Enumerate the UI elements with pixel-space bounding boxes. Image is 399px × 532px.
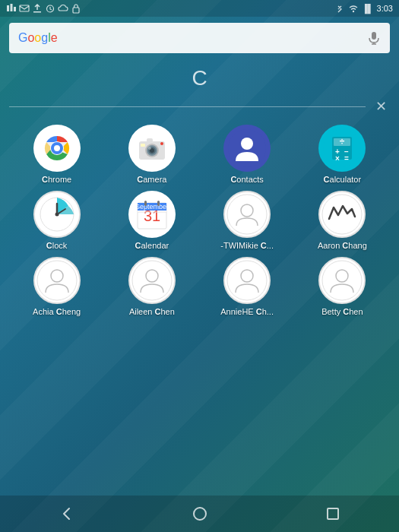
app-item-contacts[interactable]: Contacts [203,125,292,185]
contacts-label: Contacts [230,175,263,185]
svg-point-27 [241,138,253,150]
aileen-chen-label: Aileen Chen [129,307,175,317]
achia-cheng-label: Achia Cheng [33,307,81,317]
anniehe-icon [223,257,271,304]
svg-rect-22 [147,138,153,142]
upload-icon [32,3,43,14]
time-display: 3:03 [377,4,393,13]
mic-icon[interactable] [367,31,381,45]
email-icon [19,3,30,14]
svg-point-40 [55,213,59,217]
app-item-achia-cheng[interactable]: Achia Cheng [12,257,101,317]
app-item-aaron-chang[interactable]: Aaron Chang [298,191,387,251]
svg-point-57 [37,261,77,300]
svg-point-68 [194,508,206,520]
svg-rect-4 [33,11,41,13]
svg-rect-0 [7,5,9,11]
twimikie-icon [223,191,271,238]
betty-chen-icon [318,257,366,304]
calculator-label: Calculator [324,175,362,185]
svg-rect-2 [14,7,16,11]
status-icons-right: ▐▌ 3:03 [334,3,393,14]
contacts-icon [223,125,271,172]
aileen-chen-icon [128,257,176,304]
camera-icon [128,125,176,172]
svg-text:×: × [335,154,340,163]
notification-icon [6,3,17,14]
aaron-chang-label: Aaron Chang [318,241,367,251]
app-item-clock[interactable]: Clock [12,191,101,251]
anniehe-label: AnnieHE Ch... [220,307,274,317]
app-item-betty-chen[interactable]: Betty Chen [298,257,387,317]
svg-rect-1 [11,4,13,11]
svg-text:31: 31 [144,207,160,224]
status-bar: ▐▌ 3:03 [0,0,399,17]
nav-recents-button[interactable] [318,499,348,529]
app-item-calculator[interactable]: ÷ + − × = Calculator [298,125,387,185]
nav-home-button[interactable] [185,499,215,529]
app-item-calendar[interactable]: September 31 Calendar [107,191,196,251]
svg-point-63 [227,261,267,300]
svg-point-55 [322,195,362,234]
search-bar[interactable]: Google [9,23,390,53]
calendar-icon: September 31 [128,191,176,238]
camera-label: Camera [137,175,166,185]
calculator-icon: ÷ + − × = [318,125,366,172]
app-item-chrome[interactable]: Chrome [12,125,101,185]
app-item-aileen-chen[interactable]: Aileen Chen [107,257,196,317]
filter-bar-line [9,106,366,107]
svg-rect-50 [157,201,160,206]
twimikie-label: -TWIMikie C... [220,241,274,251]
svg-rect-8 [372,32,376,40]
filter-bar-container: ✕ [9,97,390,116]
svg-rect-6 [73,8,79,13]
chrome-icon [33,125,81,172]
app-grid: Chrome Ca [0,116,399,327]
app-item-twimikie[interactable]: -TWIMikie C... [203,191,292,251]
status-icons-left [6,3,81,14]
svg-text:=: = [344,154,349,163]
aaron-chang-icon [318,191,366,238]
betty-chen-label: Betty Chen [321,307,363,317]
svg-rect-69 [328,508,338,519]
alarm-icon [45,3,55,14]
svg-point-25 [148,147,151,150]
svg-point-52 [227,195,267,234]
clock-icon [33,191,81,238]
filter-letter: C [192,66,207,90]
wifi-icon [348,3,359,14]
svg-point-60 [132,261,172,300]
close-filter-button[interactable]: ✕ [372,97,390,116]
svg-rect-49 [144,201,147,206]
achia-cheng-icon [33,257,81,304]
google-logo: Google [18,31,58,45]
nav-back-button[interactable] [52,499,82,529]
svg-text:÷: ÷ [340,136,345,147]
chrome-label: Chrome [42,175,71,185]
search-filter: C [9,59,390,97]
nav-bar [0,496,399,532]
cloud-icon [58,3,68,14]
lock-icon [71,3,81,14]
svg-point-15 [54,145,60,151]
svg-rect-23 [141,144,145,147]
svg-point-66 [322,261,362,300]
calendar-label: Calendar [135,241,169,251]
svg-rect-3 [20,5,29,11]
svg-point-7 [353,11,354,12]
app-item-camera[interactable]: Camera [107,125,196,185]
svg-point-24 [160,142,163,145]
bluetooth-icon [334,3,345,14]
clock-label: Clock [46,241,68,251]
app-item-anniehe[interactable]: AnnieHE Ch... [203,257,292,317]
battery-icon: ▐▌ [362,4,374,13]
